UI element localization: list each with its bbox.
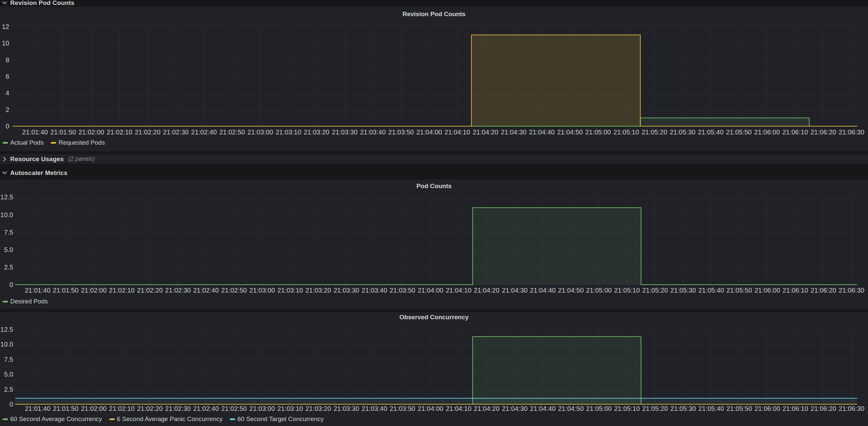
- svg-text:21:01:40: 21:01:40: [25, 405, 51, 412]
- svg-text:10.0: 10.0: [0, 341, 13, 348]
- svg-text:21:06:20: 21:06:20: [811, 405, 836, 412]
- svg-text:21:04:30: 21:04:30: [501, 129, 526, 136]
- panel-observed-concurrency: Observed Concurrency 02.55.07.510.012.52…: [0, 312, 868, 426]
- row-title: Resource Usages: [10, 156, 64, 163]
- svg-text:21:03:50: 21:03:50: [390, 405, 415, 412]
- svg-text:21:04:20: 21:04:20: [474, 405, 499, 412]
- svg-text:21:02:50: 21:02:50: [221, 287, 247, 294]
- svg-text:21:05:20: 21:05:20: [642, 129, 667, 136]
- series-line: [12, 35, 857, 126]
- svg-text:21:03:50: 21:03:50: [390, 287, 415, 294]
- legend: 60 Second Average Concurrency6 Second Av…: [3, 416, 324, 422]
- svg-text:21:03:30: 21:03:30: [334, 405, 359, 412]
- svg-text:21:04:30: 21:04:30: [502, 287, 527, 294]
- svg-text:21:05:00: 21:05:00: [586, 405, 612, 412]
- svg-text:21:06:00: 21:06:00: [754, 405, 780, 412]
- svg-text:21:02:00: 21:02:00: [79, 129, 104, 136]
- legend-item[interactable]: 60 Second Target Concurrency: [230, 416, 324, 422]
- chevron-right-icon[interactable]: [2, 156, 8, 162]
- svg-text:21:02:10: 21:02:10: [107, 129, 132, 136]
- svg-text:21:05:40: 21:05:40: [698, 129, 723, 136]
- svg-text:21:05:30: 21:05:30: [670, 405, 696, 412]
- svg-text:0: 0: [6, 123, 9, 130]
- svg-text:21:05:30: 21:05:30: [670, 287, 696, 294]
- svg-text:21:06:10: 21:06:10: [783, 287, 808, 294]
- svg-text:21:02:30: 21:02:30: [165, 287, 191, 294]
- chart-plot-pod-counts[interactable]: 02.55.07.510.012.521:01:4021:01:5021:02:…: [0, 179, 868, 309]
- row-title: Autoscaler Metrics: [10, 169, 68, 176]
- svg-text:21:04:00: 21:04:00: [418, 405, 443, 412]
- svg-text:21:03:20: 21:03:20: [304, 129, 329, 136]
- svg-text:21:04:30: 21:04:30: [502, 405, 527, 412]
- svg-text:21:04:10: 21:04:10: [446, 405, 471, 412]
- series-area: [15, 336, 857, 404]
- legend-item[interactable]: Actual Pods: [3, 139, 43, 146]
- svg-text:21:06:30: 21:06:30: [839, 129, 864, 136]
- svg-text:0: 0: [9, 401, 13, 408]
- legend-item[interactable]: Desired Pods: [3, 298, 48, 305]
- svg-text:21:05:20: 21:05:20: [642, 405, 668, 412]
- svg-text:21:01:40: 21:01:40: [25, 287, 51, 294]
- grid: [15, 197, 857, 285]
- svg-text:21:03:00: 21:03:00: [248, 129, 273, 136]
- svg-text:21:02:40: 21:02:40: [193, 287, 219, 294]
- legend-series-label: Desired Pods: [10, 298, 48, 305]
- row-panels-count: (2 panels): [68, 156, 95, 162]
- row-header-autoscaler-metrics[interactable]: Autoscaler Metrics: [0, 166, 868, 179]
- svg-text:5.0: 5.0: [4, 246, 13, 253]
- svg-text:21:02:20: 21:02:20: [135, 129, 160, 136]
- svg-text:21:02:00: 21:02:00: [81, 405, 106, 412]
- chart-plot-revision-pod-counts[interactable]: 02468101221:01:4021:01:5021:02:0021:02:1…: [0, 7, 868, 151]
- row-header-revision-pod-counts[interactable]: Revision Pod Counts: [0, 0, 868, 6]
- chevron-down-icon[interactable]: [2, 0, 8, 6]
- svg-text:21:02:30: 21:02:30: [163, 129, 189, 136]
- svg-text:21:04:40: 21:04:40: [529, 129, 555, 136]
- svg-text:21:06:30: 21:06:30: [839, 287, 864, 294]
- legend-series-label: Actual Pods: [10, 139, 43, 146]
- legend-series-marker: [3, 301, 8, 302]
- svg-text:21:05:40: 21:05:40: [698, 287, 724, 294]
- svg-text:5.0: 5.0: [4, 371, 13, 378]
- series-area: [12, 118, 857, 126]
- series-line: [15, 336, 857, 404]
- legend-item[interactable]: Requested Pods: [51, 139, 105, 146]
- legend-series-marker: [3, 142, 8, 144]
- svg-text:21:04:50: 21:04:50: [558, 405, 584, 412]
- svg-text:21:04:10: 21:04:10: [446, 287, 471, 294]
- svg-text:21:02:20: 21:02:20: [137, 287, 163, 294]
- svg-text:21:04:00: 21:04:00: [416, 129, 442, 136]
- legend: Actual PodsRequested Pods: [3, 139, 105, 146]
- svg-text:21:04:20: 21:04:20: [473, 129, 498, 136]
- chevron-down-icon[interactable]: [2, 170, 8, 176]
- svg-text:10.0: 10.0: [0, 211, 13, 219]
- svg-text:21:03:10: 21:03:10: [277, 287, 303, 294]
- svg-text:21:06:10: 21:06:10: [782, 129, 808, 136]
- legend-item[interactable]: 6 Second Average Panic Concurrency: [110, 416, 223, 422]
- svg-text:6: 6: [6, 73, 9, 80]
- svg-text:21:05:50: 21:05:50: [726, 405, 752, 412]
- svg-text:21:05:40: 21:05:40: [698, 405, 724, 412]
- svg-text:21:02:40: 21:02:40: [193, 405, 219, 412]
- svg-text:12.5: 12.5: [0, 193, 13, 201]
- svg-text:21:02:10: 21:02:10: [109, 405, 135, 412]
- svg-text:2.5: 2.5: [4, 386, 13, 393]
- svg-text:7.5: 7.5: [4, 229, 13, 236]
- row-header-resource-usages[interactable]: Resource Usages (2 panels): [0, 154, 868, 164]
- series-area: [15, 398, 857, 404]
- svg-text:21:01:50: 21:01:50: [53, 287, 79, 294]
- legend-series-label: 60 Second Target Concurrency: [237, 416, 324, 422]
- svg-text:21:02:10: 21:02:10: [109, 287, 135, 294]
- svg-text:21:04:50: 21:04:50: [557, 129, 583, 136]
- legend-series-marker: [230, 418, 235, 420]
- svg-text:2.5: 2.5: [4, 264, 13, 271]
- svg-text:21:05:20: 21:05:20: [642, 287, 668, 294]
- svg-text:8: 8: [6, 56, 9, 64]
- svg-text:21:06:00: 21:06:00: [754, 287, 780, 294]
- panel-revision-pod-counts: Revision Pod Counts 02468101221:01:4021:…: [0, 7, 868, 151]
- legend-series-marker: [110, 418, 115, 420]
- legend-series-label: Requested Pods: [58, 139, 105, 146]
- legend-item[interactable]: 60 Second Average Concurrency: [3, 416, 102, 422]
- svg-text:21:03:40: 21:03:40: [360, 129, 386, 136]
- chart-plot-observed-concurrency[interactable]: 02.55.07.510.012.521:01:4021:01:5021:02:…: [0, 312, 868, 426]
- svg-text:21:03:50: 21:03:50: [388, 129, 414, 136]
